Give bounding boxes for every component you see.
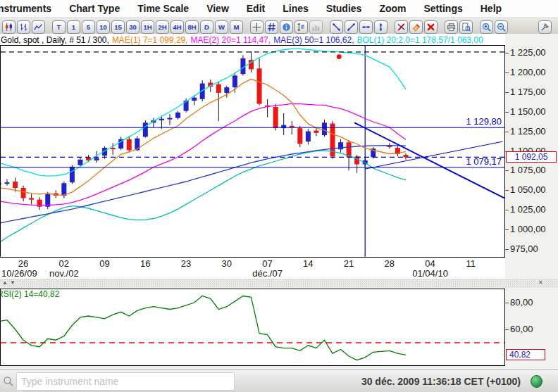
timeframe-d-button[interactable]: D (200, 20, 213, 34)
info-button[interactable] (280, 20, 293, 34)
candle (111, 148, 116, 149)
y-tick (505, 53, 509, 53)
print-icon (447, 23, 456, 32)
zoom-in-button[interactable] (480, 20, 493, 34)
zoom-out-button[interactable] (495, 20, 508, 34)
timeframe-8h-button[interactable]: 8H (185, 20, 199, 34)
y-tick (505, 112, 509, 113)
x-day-label: 14 (285, 258, 330, 269)
candle (257, 68, 262, 103)
timeframe-m-button[interactable]: M (230, 20, 243, 34)
menu-item-edit[interactable]: Edit (247, 3, 265, 14)
timeframe-1h-button[interactable]: 1H (141, 20, 154, 34)
y-tick (505, 132, 509, 132)
y-tick (505, 92, 509, 93)
legend-segment: MAE(3) 50=1 106,62, (273, 35, 354, 45)
toolbar-group (2, 20, 45, 34)
ohlc-bar-chart-button[interactable] (17, 20, 30, 34)
volume-histogram-button[interactable] (309, 20, 323, 34)
menu-item-instruments[interactable]: Instruments (0, 3, 51, 14)
candle (143, 122, 148, 137)
panel-splitter[interactable]: ▲ ▼ ✕ (0, 279, 558, 288)
timeframe-w-button[interactable]: W (215, 20, 228, 34)
toolbar-group (395, 20, 438, 34)
last-price-box: 1 092,05 (506, 151, 557, 163)
menu-item-zoom[interactable]: Zoom (379, 3, 406, 14)
chart-legend: Gold, spot , Daily, # 51 / 300,MAE(1) 7=… (1, 35, 486, 45)
candle (192, 98, 197, 101)
candlestick-chart-button[interactable] (2, 20, 16, 34)
menu-item-chart-type[interactable]: Chart Type (69, 3, 120, 14)
search-icon (3, 376, 14, 387)
delete-all-drawings-button[interactable] (424, 20, 438, 34)
vertical-line-tool-button[interactable] (374, 20, 388, 34)
close-panel-icon[interactable]: ✕ (538, 279, 543, 286)
y-tick-label: 975,00 (510, 244, 538, 254)
eraser-button[interactable] (409, 20, 423, 34)
trendline-down-button[interactable] (330, 20, 343, 34)
grid-button[interactable] (265, 20, 278, 34)
pin-icon (540, 23, 550, 32)
price-ruler-button[interactable]: # (294, 20, 308, 34)
candle (216, 84, 221, 93)
x-day-label: 21 (326, 258, 371, 269)
trendline-up-button[interactable] (345, 20, 358, 34)
timeframe-2h-button[interactable]: 2H (156, 20, 169, 34)
trading-app-window: InstrumentsChart TypeTime ScaleViewEditL… (0, 0, 558, 392)
delete-all-drawings-icon (426, 23, 435, 32)
y-tick (505, 249, 509, 250)
x-month-label: nov./02 (42, 268, 87, 279)
horizontal-line-tool-button[interactable] (359, 20, 373, 34)
zoom-out-icon (497, 23, 506, 32)
candle (306, 132, 311, 142)
rsi-chart-canvas[interactable] (0, 289, 505, 366)
ohlc-bar-chart-icon (19, 23, 28, 32)
menu-item-time-scale[interactable]: Time Scale (137, 3, 189, 14)
remove-line-button[interactable] (395, 20, 408, 34)
main-chart-canvas[interactable]: 1 129,801 079,17 (0, 45, 505, 258)
timeframe-1-button[interactable]: 1 (67, 20, 80, 34)
menu-item-settings[interactable]: Settings (424, 3, 463, 14)
timeframe-4h-button[interactable]: 4H (170, 20, 184, 34)
timeframe-5-button[interactable]: 5 (82, 20, 95, 34)
eraser-icon (411, 23, 421, 32)
menu-item-view[interactable]: View (206, 3, 229, 14)
rsi-tick-label: 80,00 (510, 297, 533, 308)
line-chart-icon (34, 23, 43, 32)
price-ruler-icon: # (297, 23, 306, 32)
y-tick-label: 1 150,00 (510, 106, 546, 117)
crosshair-button[interactable] (250, 20, 264, 34)
instrument-search-input[interactable] (16, 372, 235, 391)
menu-item-help[interactable]: Help (480, 3, 502, 14)
x-month-label: 10/26/09 (0, 268, 42, 279)
y-tick-label: 1 125,00 (510, 126, 546, 137)
pin-button[interactable] (538, 20, 552, 34)
svg-text:#: # (301, 23, 304, 30)
timeframe-15-button[interactable]: 15 (111, 20, 125, 34)
y-tick-label: 1 050,00 (510, 184, 546, 195)
x-day-label: 23 (163, 258, 209, 269)
candle (175, 113, 180, 118)
x-day-label: 16 (123, 258, 168, 269)
x-month-label: 01/04/10 (408, 268, 453, 279)
y-tick-label: 1 075,00 (510, 165, 546, 175)
menu-item-studies[interactable]: Studies (326, 3, 362, 14)
zoom-in-icon (482, 23, 491, 32)
level-label: 1 079,17 (466, 156, 502, 167)
timeframe-t-button[interactable]: T (52, 20, 66, 34)
candle (21, 188, 26, 198)
line-chart-button[interactable] (32, 20, 45, 34)
candle (232, 75, 237, 87)
rsi-plot-border (1, 289, 505, 366)
level-label: 1 129,80 (466, 116, 502, 127)
y-tick (505, 229, 509, 230)
timeframe-30-button[interactable]: 30 (126, 20, 140, 34)
menu-item-lines[interactable]: Lines (283, 3, 309, 14)
y-tick (505, 170, 509, 171)
status-bar: 30 déc. 2009 11:36:18 CET (+0100) (0, 369, 558, 392)
collapse-up-icon[interactable]: ▲ (2, 279, 8, 286)
collapse-down-icon[interactable]: ▼ (10, 279, 16, 286)
print-button[interactable] (445, 20, 458, 34)
print-preview-button[interactable] (459, 20, 473, 34)
timeframe-10-button[interactable]: 10 (97, 20, 110, 34)
